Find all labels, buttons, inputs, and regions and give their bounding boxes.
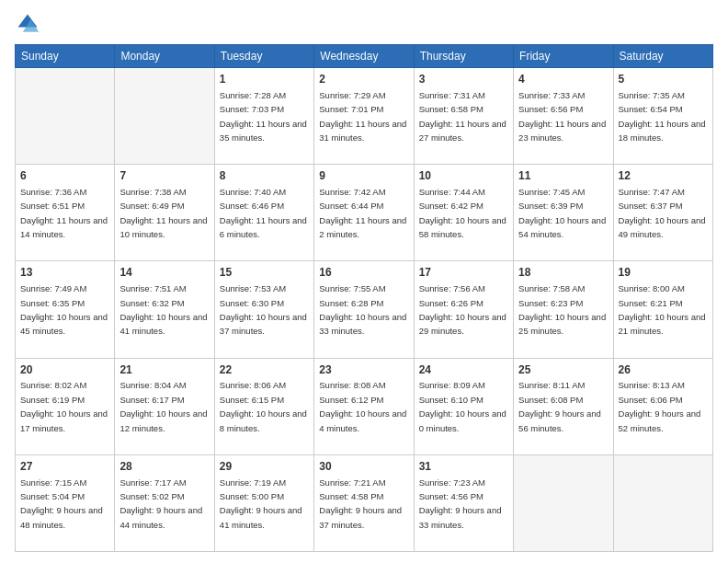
day-number: 15 bbox=[220, 265, 309, 281]
day-info: Sunrise: 8:09 AMSunset: 6:10 PMDaylight:… bbox=[419, 380, 506, 432]
day-number: 11 bbox=[518, 168, 608, 184]
day-info: Sunrise: 7:40 AMSunset: 6:46 PMDaylight:… bbox=[220, 187, 307, 239]
calendar-week-row: 20 Sunrise: 8:02 AMSunset: 6:19 PMDaylig… bbox=[16, 358, 713, 454]
day-number: 17 bbox=[419, 265, 508, 281]
day-info: Sunrise: 7:28 AMSunset: 7:03 PMDaylight:… bbox=[220, 90, 307, 143]
calendar-week-row: 1 Sunrise: 7:28 AMSunset: 7:03 PMDayligh… bbox=[16, 68, 713, 165]
day-number: 6 bbox=[20, 168, 109, 184]
day-number: 13 bbox=[20, 265, 109, 281]
calendar-cell: 17 Sunrise: 7:56 AMSunset: 6:26 PMDaylig… bbox=[414, 261, 513, 358]
calendar-cell: 15 Sunrise: 7:53 AMSunset: 6:30 PMDaylig… bbox=[214, 261, 313, 358]
day-info: Sunrise: 8:02 AMSunset: 6:19 PMDaylight:… bbox=[20, 380, 108, 432]
day-number: 21 bbox=[119, 362, 209, 378]
calendar-cell: 5 Sunrise: 7:35 AMSunset: 6:54 PMDayligh… bbox=[613, 68, 712, 165]
day-number: 23 bbox=[319, 362, 408, 378]
header bbox=[15, 11, 713, 37]
day-info: Sunrise: 8:06 AMSunset: 6:15 PMDaylight:… bbox=[220, 380, 307, 432]
calendar-cell: 8 Sunrise: 7:40 AMSunset: 6:46 PMDayligh… bbox=[214, 165, 313, 261]
day-info: Sunrise: 7:35 AMSunset: 6:54 PMDaylight:… bbox=[619, 90, 706, 143]
logo bbox=[15, 11, 44, 37]
day-info: Sunrise: 8:04 AMSunset: 6:17 PMDaylight:… bbox=[119, 380, 207, 432]
calendar-cell: 9 Sunrise: 7:42 AMSunset: 6:44 PMDayligh… bbox=[314, 165, 414, 261]
weekday-header-thursday: Thursday bbox=[414, 45, 513, 68]
calendar-cell: 14 Sunrise: 7:51 AMSunset: 6:32 PMDaylig… bbox=[115, 261, 214, 358]
calendar-week-row: 27 Sunrise: 7:15 AMSunset: 5:04 PMDaylig… bbox=[16, 454, 713, 551]
calendar-cell: 26 Sunrise: 8:13 AMSunset: 6:06 PMDaylig… bbox=[613, 358, 712, 454]
day-info: Sunrise: 7:23 AMSunset: 4:56 PMDaylight:… bbox=[419, 477, 502, 530]
calendar-week-row: 13 Sunrise: 7:49 AMSunset: 6:35 PMDaylig… bbox=[16, 261, 713, 358]
day-info: Sunrise: 7:58 AMSunset: 6:23 PMDaylight:… bbox=[518, 283, 606, 336]
day-number: 5 bbox=[619, 72, 708, 87]
weekday-header-wednesday: Wednesday bbox=[314, 45, 414, 68]
day-info: Sunrise: 7:31 AMSunset: 6:58 PMDaylight:… bbox=[419, 90, 506, 143]
calendar-cell: 20 Sunrise: 8:02 AMSunset: 6:19 PMDaylig… bbox=[16, 358, 115, 454]
calendar-cell bbox=[16, 68, 115, 165]
day-number: 31 bbox=[419, 459, 508, 475]
calendar-cell: 18 Sunrise: 7:58 AMSunset: 6:23 PMDaylig… bbox=[514, 261, 613, 358]
calendar-cell: 30 Sunrise: 7:21 AMSunset: 4:58 PMDaylig… bbox=[314, 454, 414, 551]
logo-icon bbox=[15, 11, 40, 37]
day-number: 10 bbox=[419, 168, 508, 184]
calendar-cell: 3 Sunrise: 7:31 AMSunset: 6:58 PMDayligh… bbox=[414, 68, 513, 165]
day-number: 20 bbox=[20, 362, 109, 378]
day-info: Sunrise: 7:21 AMSunset: 4:58 PMDaylight:… bbox=[319, 477, 402, 530]
calendar-cell: 10 Sunrise: 7:44 AMSunset: 6:42 PMDaylig… bbox=[414, 165, 513, 261]
calendar-cell: 19 Sunrise: 8:00 AMSunset: 6:21 PMDaylig… bbox=[613, 261, 712, 358]
calendar-cell: 6 Sunrise: 7:36 AMSunset: 6:51 PMDayligh… bbox=[16, 165, 115, 261]
day-number: 25 bbox=[518, 362, 608, 378]
day-info: Sunrise: 8:13 AMSunset: 6:06 PMDaylight:… bbox=[619, 380, 701, 432]
calendar-table: SundayMondayTuesdayWednesdayThursdayFrid… bbox=[15, 44, 713, 552]
day-number: 4 bbox=[518, 72, 608, 87]
calendar-cell: 2 Sunrise: 7:29 AMSunset: 7:01 PMDayligh… bbox=[314, 68, 414, 165]
day-number: 24 bbox=[419, 362, 508, 378]
day-number: 8 bbox=[220, 168, 309, 184]
day-number: 30 bbox=[319, 459, 408, 475]
calendar-cell: 4 Sunrise: 7:33 AMSunset: 6:56 PMDayligh… bbox=[514, 68, 613, 165]
calendar-cell: 7 Sunrise: 7:38 AMSunset: 6:49 PMDayligh… bbox=[115, 165, 214, 261]
weekday-header-saturday: Saturday bbox=[613, 45, 712, 68]
day-number: 22 bbox=[220, 362, 309, 378]
calendar-cell bbox=[514, 454, 613, 551]
day-info: Sunrise: 8:00 AMSunset: 6:21 PMDaylight:… bbox=[619, 283, 706, 336]
day-info: Sunrise: 7:51 AMSunset: 6:32 PMDaylight:… bbox=[119, 283, 207, 336]
calendar-cell: 11 Sunrise: 7:45 AMSunset: 6:39 PMDaylig… bbox=[514, 165, 613, 261]
day-number: 7 bbox=[119, 168, 209, 184]
day-info: Sunrise: 7:33 AMSunset: 6:56 PMDaylight:… bbox=[518, 90, 606, 143]
calendar-cell: 27 Sunrise: 7:15 AMSunset: 5:04 PMDaylig… bbox=[16, 454, 115, 551]
day-number: 14 bbox=[119, 265, 209, 281]
day-number: 12 bbox=[619, 168, 708, 184]
calendar-cell: 28 Sunrise: 7:17 AMSunset: 5:02 PMDaylig… bbox=[115, 454, 214, 551]
day-number: 3 bbox=[419, 72, 508, 87]
calendar-cell bbox=[613, 454, 712, 551]
day-number: 29 bbox=[220, 459, 309, 475]
day-info: Sunrise: 7:38 AMSunset: 6:49 PMDaylight:… bbox=[119, 187, 207, 239]
calendar-week-row: 6 Sunrise: 7:36 AMSunset: 6:51 PMDayligh… bbox=[16, 165, 713, 261]
day-info: Sunrise: 7:55 AMSunset: 6:28 PMDaylight:… bbox=[319, 283, 406, 336]
weekday-header-sunday: Sunday bbox=[16, 45, 115, 68]
day-info: Sunrise: 7:53 AMSunset: 6:30 PMDaylight:… bbox=[220, 283, 307, 336]
calendar-cell: 23 Sunrise: 8:08 AMSunset: 6:12 PMDaylig… bbox=[314, 358, 414, 454]
day-info: Sunrise: 7:47 AMSunset: 6:37 PMDaylight:… bbox=[619, 187, 706, 239]
day-number: 27 bbox=[20, 459, 109, 475]
calendar-cell: 12 Sunrise: 7:47 AMSunset: 6:37 PMDaylig… bbox=[613, 165, 712, 261]
day-info: Sunrise: 7:42 AMSunset: 6:44 PMDaylight:… bbox=[319, 187, 406, 239]
day-info: Sunrise: 7:19 AMSunset: 5:00 PMDaylight:… bbox=[220, 477, 302, 530]
day-info: Sunrise: 7:17 AMSunset: 5:02 PMDaylight:… bbox=[119, 477, 202, 530]
calendar-cell: 25 Sunrise: 8:11 AMSunset: 6:08 PMDaylig… bbox=[514, 358, 613, 454]
day-info: Sunrise: 8:08 AMSunset: 6:12 PMDaylight:… bbox=[319, 380, 406, 432]
day-number: 26 bbox=[619, 362, 708, 378]
calendar-cell: 21 Sunrise: 8:04 AMSunset: 6:17 PMDaylig… bbox=[115, 358, 214, 454]
calendar-cell: 1 Sunrise: 7:28 AMSunset: 7:03 PMDayligh… bbox=[214, 68, 313, 165]
day-number: 28 bbox=[119, 459, 209, 475]
day-info: Sunrise: 7:15 AMSunset: 5:04 PMDaylight:… bbox=[20, 477, 103, 530]
weekday-header-friday: Friday bbox=[514, 45, 613, 68]
weekday-header-monday: Monday bbox=[115, 45, 214, 68]
page: SundayMondayTuesdayWednesdayThursdayFrid… bbox=[0, 0, 728, 563]
calendar-cell: 22 Sunrise: 8:06 AMSunset: 6:15 PMDaylig… bbox=[214, 358, 313, 454]
calendar-cell: 31 Sunrise: 7:23 AMSunset: 4:56 PMDaylig… bbox=[414, 454, 513, 551]
day-info: Sunrise: 7:36 AMSunset: 6:51 PMDaylight:… bbox=[20, 187, 108, 239]
day-number: 2 bbox=[319, 72, 408, 87]
day-info: Sunrise: 7:45 AMSunset: 6:39 PMDaylight:… bbox=[518, 187, 606, 239]
calendar-cell: 24 Sunrise: 8:09 AMSunset: 6:10 PMDaylig… bbox=[414, 358, 513, 454]
calendar-cell: 13 Sunrise: 7:49 AMSunset: 6:35 PMDaylig… bbox=[16, 261, 115, 358]
